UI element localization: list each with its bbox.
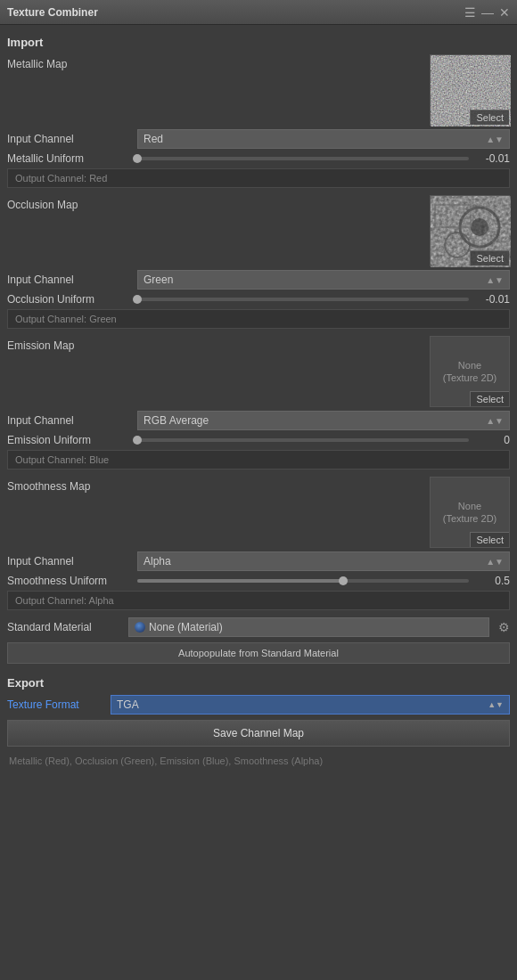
metallic-map-thumbnail: Select [430, 54, 510, 126]
occlusion-map-label: Occlusion Map [7, 195, 150, 211]
emission-none-text: None(Texture 2D) [443, 359, 497, 385]
smoothness-input-channel-select[interactable]: Alpha ▲▼ [137, 551, 510, 571]
smoothness-input-channel-label: Input Channel [7, 555, 132, 568]
texture-format-row: Texture Format TGA ▲▼ [7, 695, 510, 715]
emission-map-label: Emission Map [7, 336, 150, 352]
emission-uniform-slider[interactable] [137, 438, 469, 442]
occlusion-uniform-slider[interactable] [137, 298, 469, 301]
occlusion-uniform-label: Occlusion Uniform [7, 293, 132, 306]
channel-info-text: Metallic (Red), Occlusion (Green), Emiss… [7, 752, 510, 770]
smoothness-uniform-label: Smoothness Uniform [7, 575, 132, 587]
close-icon[interactable]: ✕ [499, 5, 510, 20]
minimize-icon[interactable]: — [481, 5, 494, 20]
smoothness-uniform-value: 0.5 [474, 575, 510, 587]
smoothness-input-channel-row: Input Channel Alpha ▲▼ [7, 551, 510, 571]
standard-material-select[interactable]: None (Material) [128, 617, 489, 637]
emission-input-channel-select[interactable]: RGB Average ▲▼ [137, 411, 510, 430]
occlusion-output-channel: Output Channel: Green [7, 309, 510, 329]
emission-output-channel: Output Channel: Blue [7, 450, 510, 470]
smoothness-none-text: None(Texture 2D) [443, 500, 497, 526]
metallic-uniform-row: Metallic Uniform -0.01 [7, 152, 510, 165]
occlusion-map-row: Occlusion Map Select [7, 195, 510, 266]
smoothness-output-channel: Output Channel: Alpha [7, 591, 510, 610]
window-title: Texture Combiner [7, 6, 464, 19]
title-bar: Texture Combiner ☰ — ✕ [0, 0, 517, 25]
occlusion-uniform-value: -0.01 [474, 293, 510, 306]
material-sphere-icon [135, 622, 145, 633]
standard-material-row: Standard Material None (Material) ⚙ [7, 617, 510, 637]
metallic-uniform-value: -0.01 [474, 152, 510, 165]
metallic-uniform-slider[interactable] [137, 157, 469, 160]
metallic-select-button[interactable]: Select [470, 110, 509, 125]
window: Texture Combiner ☰ — ✕ Import Metallic M… [0, 0, 517, 980]
texture-format-value: TGA [117, 698, 139, 711]
emission-channel-arrow: ▲▼ [486, 416, 504, 426]
smoothness-map-row: Smoothness Map None(Texture 2D) Select [7, 477, 510, 548]
standard-material-value: None (Material) [149, 621, 223, 633]
occlusion-input-channel-label: Input Channel [7, 274, 132, 286]
emission-uniform-label: Emission Uniform [7, 434, 132, 446]
smoothness-map-thumbnail: None(Texture 2D) Select [430, 477, 510, 548]
emission-select-button[interactable]: Select [470, 391, 509, 406]
texture-format-arrow: ▲▼ [488, 700, 504, 709]
smoothness-select-button[interactable]: Select [470, 532, 509, 547]
emission-map-thumbnail: None(Texture 2D) Select [430, 336, 510, 407]
emission-map-row: Emission Map None(Texture 2D) Select [7, 336, 510, 407]
texture-format-label: Texture Format [7, 698, 105, 711]
occlusion-input-channel-select[interactable]: Green ▲▼ [137, 270, 510, 290]
smoothness-channel-arrow: ▲▼ [486, 557, 504, 567]
metallic-input-channel-label: Input Channel [7, 133, 132, 145]
metallic-output-channel: Output Channel: Red [7, 168, 510, 188]
emission-input-channel-label: Input Channel [7, 414, 132, 427]
occlusion-input-channel-row: Input Channel Green ▲▼ [7, 270, 510, 290]
gear-icon[interactable]: ⚙ [498, 620, 510, 634]
texture-format-select[interactable]: TGA ▲▼ [111, 695, 510, 715]
emission-uniform-row: Emission Uniform 0 [7, 434, 510, 446]
metallic-channel-arrow: ▲▼ [486, 135, 504, 144]
emission-input-channel-row: Input Channel RGB Average ▲▼ [7, 411, 510, 430]
metallic-uniform-label: Metallic Uniform [7, 152, 132, 165]
export-header: Export [7, 676, 510, 690]
standard-material-label: Standard Material [7, 621, 123, 633]
metallic-input-channel-select[interactable]: Red ▲▼ [137, 129, 510, 149]
occlusion-map-thumbnail: Select [430, 195, 510, 266]
occlusion-channel-arrow: ▲▼ [486, 275, 504, 285]
title-bar-controls: ☰ — ✕ [464, 5, 510, 20]
save-channel-map-button[interactable]: Save Channel Map [7, 720, 510, 747]
content-area: Import Metallic Map Select [0, 25, 517, 980]
occlusion-select-button[interactable]: Select [470, 250, 509, 265]
metallic-input-channel-row: Input Channel Red ▲▼ [7, 129, 510, 149]
emission-uniform-value: 0 [474, 434, 510, 446]
occlusion-uniform-row: Occlusion Uniform -0.01 [7, 293, 510, 306]
smoothness-uniform-slider[interactable] [137, 579, 469, 583]
smoothness-uniform-row: Smoothness Uniform 0.5 [7, 575, 510, 587]
list-icon[interactable]: ☰ [464, 5, 476, 20]
svg-point-4 [471, 218, 488, 236]
smoothness-map-label: Smoothness Map [7, 477, 150, 493]
metallic-map-row: Metallic Map Select [7, 54, 510, 126]
metallic-map-label: Metallic Map [7, 54, 150, 70]
autopopulate-button[interactable]: Autopopulate from Standard Material [7, 642, 510, 664]
import-header: Import [7, 36, 510, 49]
